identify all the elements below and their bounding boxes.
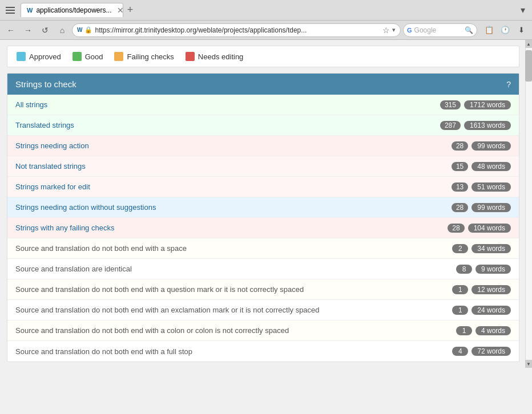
row-text: Source and translation do not both end w… [15, 306, 320, 314]
bookmark-star-icon[interactable]: ☆ [382, 26, 390, 35]
tab-bar: W applications/tdepowers... ✕ + [21, 3, 137, 17]
table-row: Not translated strings 15 48 words [7, 156, 519, 177]
back-button[interactable]: ← [3, 23, 18, 38]
panel-title: Strings to check [15, 79, 76, 89]
active-tab[interactable]: W applications/tdepowers... ✕ [21, 3, 123, 17]
words-badge: 104 words [468, 224, 511, 233]
table-row: Translated strings 287 1613 words [7, 115, 519, 136]
legend-good: Good [72, 52, 103, 61]
scrollbar[interactable]: ▲ ▼ [525, 40, 532, 368]
translated-strings-link[interactable]: Translated strings [15, 121, 74, 129]
bookmarks-button[interactable]: 📋 [482, 23, 497, 38]
legend-bar: Approved Good Failing checks Needs editi… [7, 46, 519, 67]
legend-needs-editing: Needs editing [186, 52, 244, 61]
words-badge: 9 words [475, 265, 511, 274]
badges: 287 1613 words [440, 121, 511, 130]
main-content: Approved Good Failing checks Needs editi… [0, 40, 532, 368]
badges: 4 72 words [452, 347, 511, 356]
approved-label: Approved [29, 52, 61, 61]
badges: 1 12 words [452, 285, 511, 294]
row-text: Source and translation do not both end w… [15, 326, 289, 335]
panel-header: Strings to check ? [7, 74, 519, 95]
good-label: Good [85, 52, 103, 61]
failing-checks-link[interactable]: Strings with any failing checks [15, 224, 114, 232]
words-badge: 48 words [471, 162, 511, 171]
failing-label: Failing checks [127, 52, 174, 61]
scroll-down-button[interactable]: ▼ [525, 360, 532, 368]
badges: 28 104 words [448, 224, 511, 233]
history-button[interactable]: 🕐 [498, 23, 513, 38]
download-button[interactable]: ⬇ [514, 23, 529, 38]
badges: 28 99 words [452, 141, 511, 151]
legend-failing: Failing checks [114, 52, 174, 61]
address-url: https://mirror.git.trinitydesktop.org/we… [95, 26, 380, 34]
words-badge: 99 words [471, 141, 511, 151]
badges: 315 1712 words [440, 100, 511, 109]
count-badge: 28 [452, 203, 468, 212]
badges: 13 51 words [452, 182, 511, 192]
home-button[interactable]: ⌂ [55, 23, 70, 38]
panel-help-icon[interactable]: ? [506, 80, 511, 89]
new-tab-button[interactable]: + [123, 3, 137, 17]
search-placeholder: Google [414, 26, 437, 34]
tab-close-button[interactable]: ✕ [117, 6, 123, 15]
table-row: All strings 315 1712 words [7, 95, 519, 115]
table-row: Source and translation are identical 8 9… [7, 259, 519, 279]
forward-button[interactable]: → [21, 23, 35, 38]
good-dot [72, 52, 82, 61]
count-badge: 315 [440, 100, 461, 109]
tab-label: applications/tdepowers... [36, 6, 111, 14]
count-badge: 1 [456, 326, 472, 335]
words-badge: 34 words [471, 244, 511, 253]
strings-marked-edit-link[interactable]: Strings marked for edit [15, 182, 90, 191]
page-wrapper: Approved Good Failing checks Needs editi… [0, 40, 532, 368]
badges: 2 34 words [452, 244, 511, 253]
table-row: Source and translation do not both end w… [7, 300, 519, 320]
count-badge: 1 [452, 306, 468, 315]
count-badge: 1 [452, 285, 468, 294]
refresh-button[interactable]: ↺ [38, 23, 53, 38]
needs-editing-dot [186, 52, 195, 61]
words-badge: 51 words [471, 182, 511, 192]
address-favicon: W [77, 27, 82, 33]
all-strings-link[interactable]: All strings [15, 100, 47, 109]
badges: 1 4 words [456, 326, 511, 335]
toolbar-right: 📋 🕐 ⬇ [482, 23, 529, 38]
search-icon[interactable]: 🔍 [465, 26, 473, 34]
table-row: Source and translation do not both end w… [7, 238, 519, 259]
address-dropdown-icon[interactable]: ▾ [392, 26, 396, 34]
row-text: Source and translation do not both end w… [15, 285, 304, 294]
search-engine-icon: G [407, 27, 412, 34]
approved-dot [17, 52, 26, 61]
tab-favicon: W [27, 7, 33, 14]
scroll-up-button[interactable]: ▲ [525, 40, 532, 48]
row-text: Source and translation are identical [15, 265, 132, 273]
words-badge: 12 words [471, 285, 511, 294]
legend-approved: Approved [17, 52, 61, 61]
tab-overflow-button[interactable]: ▾ [518, 5, 527, 15]
count-badge: 28 [452, 141, 468, 151]
count-badge: 28 [448, 224, 464, 233]
badges: 15 48 words [452, 162, 511, 171]
table-row: Strings needing action without suggestio… [7, 197, 519, 218]
not-translated-link[interactable]: Not translated strings [15, 162, 86, 171]
strings-needing-action-link[interactable]: Strings needing action [15, 141, 89, 150]
address-bar[interactable]: W 🔒 https://mirror.git.trinitydesktop.or… [72, 23, 401, 37]
words-badge: 1613 words [464, 121, 511, 130]
count-badge: 287 [440, 121, 461, 130]
count-badge: 2 [452, 244, 468, 253]
browser-menu-button[interactable] [5, 4, 17, 17]
count-badge: 4 [452, 347, 468, 356]
table-row: Source and translation do not both end w… [7, 279, 519, 300]
table-row: Source and translation do not both end w… [7, 320, 519, 341]
search-bar[interactable]: G Google 🔍 [403, 23, 477, 37]
table-row: Source and translation do not both end w… [7, 341, 519, 362]
browser-chrome: W applications/tdepowers... ✕ + ▾ [0, 0, 532, 21]
address-bar-row: ← → ↺ ⌂ W 🔒 https://mirror.git.trinityde… [0, 21, 532, 40]
row-text: Source and translation do not both end w… [15, 244, 187, 253]
words-badge: 1712 words [464, 100, 511, 109]
address-lock-icon: 🔒 [84, 26, 92, 34]
strings-no-suggestions-link[interactable]: Strings needing action without suggestio… [15, 203, 156, 212]
words-badge: 4 words [475, 326, 511, 335]
scroll-thumb[interactable] [525, 50, 532, 82]
